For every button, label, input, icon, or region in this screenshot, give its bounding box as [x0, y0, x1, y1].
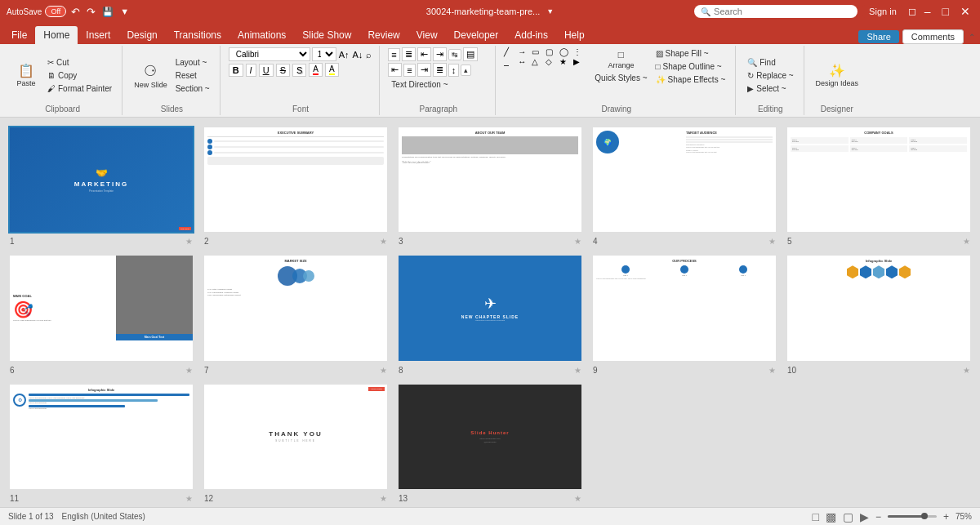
maximize-button[interactable]: □ — [939, 5, 952, 18]
zoom-level[interactable]: 75% — [956, 512, 972, 521]
select-button[interactable]: ▶Select ~ — [744, 82, 796, 95]
shape-line-icon[interactable]: ╱ — [504, 47, 517, 56]
slide-10[interactable]: Infographic Slide 10 ★ — [786, 254, 972, 374]
shape-callout-icon[interactable]: ▶ — [573, 57, 586, 66]
text-direction-button[interactable]: ↹ — [448, 49, 461, 60]
align-center-button[interactable]: ≡ — [403, 64, 415, 77]
slide-5-wrapper[interactable]: COMPANY GOALS Goal 1text here Goal 2text… — [786, 126, 972, 234]
shape-triangle-icon[interactable]: △ — [532, 57, 545, 66]
shadow-button[interactable]: S — [292, 64, 306, 77]
save-icon[interactable]: 💾 — [100, 7, 115, 17]
tab-file[interactable]: File — [3, 26, 35, 44]
tab-design[interactable]: Design — [118, 26, 165, 44]
numbering-button[interactable]: ≣ — [402, 47, 416, 61]
italic-button[interactable]: I — [246, 64, 256, 77]
justify-button[interactable]: ≣ — [433, 63, 447, 77]
highlight-button[interactable]: A — [325, 63, 339, 77]
shape-outline-button[interactable]: □Shape Outline ~ — [653, 60, 729, 73]
slide-8[interactable]: ✈ NEW CHAPTER SLIDE Marketing Presentati… — [397, 254, 583, 374]
font-size-selector[interactable]: 12 — [312, 47, 336, 61]
design-ideas-button[interactable]: ✨ Design Ideas — [813, 61, 862, 89]
shape-effects-button[interactable]: ✨Shape Effects ~ — [653, 73, 729, 86]
slide-3-wrapper[interactable]: ABOUT OUR TEAM Presentations are communi… — [397, 126, 583, 234]
slide-10-wrapper[interactable]: Infographic Slide — [786, 254, 972, 362]
strikethrough-button[interactable]: S — [276, 64, 290, 77]
shape-arrow2-icon[interactable]: ↔ — [518, 57, 531, 66]
indent-increase-button[interactable]: ⇥ — [433, 47, 447, 61]
slide-sorter-icon[interactable]: ▩ — [826, 510, 836, 523]
slide-6[interactable]: MAIN GOAL 🎯 This is a text placeholder y… — [8, 254, 194, 374]
tab-slideshow[interactable]: Slide Show — [294, 26, 359, 44]
slide-4[interactable]: 🌍 TARGET AUDIENCE Demographic Informatio… — [591, 126, 777, 246]
tab-animations[interactable]: Animations — [229, 26, 294, 44]
slide-11[interactable]: Infographic Slide ⚙ This is a text place… — [8, 383, 194, 503]
autosave-toggle[interactable]: Off — [45, 6, 66, 17]
slideshow-icon[interactable]: ▶ — [860, 510, 869, 523]
align-right-button[interactable]: ⇥ — [417, 63, 431, 77]
shape-more-icon[interactable]: ⋮ — [573, 47, 586, 56]
slide-2-wrapper[interactable]: EXECUTIVE SUMMARY — [203, 126, 389, 234]
shape-rounded-icon[interactable]: ▢ — [546, 47, 559, 56]
tab-addins[interactable]: Add-ins — [506, 26, 556, 44]
font-name-selector[interactable]: Calibri — [229, 47, 310, 61]
copy-button[interactable]: 🗎Copy — [44, 69, 115, 82]
restore-icon[interactable]: ◻ — [908, 6, 916, 17]
collapse-ribbon-button[interactable]: ⌃ — [967, 33, 977, 42]
quick-styles-button[interactable]: Quick Styles ~ — [591, 72, 650, 84]
align-left-button[interactable]: ⇤ — [388, 63, 402, 77]
signin-button[interactable]: Sign in — [862, 5, 903, 18]
layout-button[interactable]: Layout ~ — [172, 56, 213, 69]
search-bar[interactable]: 🔍 — [694, 5, 858, 18]
slide-5[interactable]: COMPANY GOALS Goal 1text here Goal 2text… — [786, 126, 972, 246]
slide-4-wrapper[interactable]: 🌍 TARGET AUDIENCE Demographic Informatio… — [591, 126, 777, 234]
slide-1[interactable]: 🤝 MARKETING Presentation Template Slide … — [8, 126, 194, 246]
zoom-out-icon[interactable]: − — [875, 511, 881, 523]
new-slide-button[interactable]: ⚆ New Slide — [131, 60, 171, 91]
shape-line2-icon[interactable]: ⎯ — [504, 57, 517, 66]
slide-13[interactable]: Slide Hunter https://slidehunter.com @sl… — [397, 383, 583, 503]
section-button[interactable]: Section ~ — [172, 82, 213, 95]
zoom-handle[interactable] — [921, 513, 928, 519]
comments-button[interactable]: Comments — [902, 29, 964, 44]
cut-button[interactable]: ✂Cut — [44, 56, 115, 69]
find-button[interactable]: 🔍Find — [744, 56, 796, 69]
text-direction-label[interactable]: Text Direction ~ — [388, 78, 488, 91]
redo-button[interactable]: ↷ — [85, 6, 97, 18]
decrease-font-button[interactable]: A↓ — [352, 49, 364, 60]
underline-button[interactable]: U — [259, 64, 274, 77]
slide-7-wrapper[interactable]: MARKET SIZE TAM Total Available Market S… — [203, 254, 389, 362]
line-spacing-button[interactable]: ↕ — [448, 64, 460, 77]
column-button[interactable]: ▤ — [463, 47, 478, 61]
close-button[interactable]: ✕ — [957, 5, 973, 18]
tab-view[interactable]: View — [408, 26, 446, 44]
shape-arrow-icon[interactable]: → — [518, 47, 531, 56]
zoom-slider[interactable] — [888, 515, 937, 518]
zoom-in-icon[interactable]: + — [943, 511, 949, 523]
slide-12-wrapper[interactable]: Slide Hunter THANK YOU SUBTITLE HERE — [203, 383, 389, 491]
minimize-button[interactable]: – — [921, 5, 934, 18]
indent-decrease-button[interactable]: ⇤ — [417, 47, 431, 61]
slide-2[interactable]: EXECUTIVE SUMMARY 2 ★ — [203, 126, 389, 246]
tab-help[interactable]: Help — [556, 26, 593, 44]
slide-6-wrapper[interactable]: MAIN GOAL 🎯 This is a text placeholder y… — [8, 254, 194, 362]
dropdown-icon[interactable]: ▼ — [546, 7, 554, 16]
slide-7[interactable]: MARKET SIZE TAM Total Available Market S… — [203, 254, 389, 374]
shape-fill-button[interactable]: ▨Shape Fill ~ — [653, 47, 729, 60]
tab-review[interactable]: Review — [359, 26, 408, 44]
paste-button[interactable]: 📋 Paste — [10, 61, 42, 89]
slide-11-wrapper[interactable]: Infographic Slide ⚙ This is a text place… — [8, 383, 194, 491]
format-painter-button[interactable]: 🖌Format Painter — [44, 82, 115, 95]
bullets-button[interactable]: ≡ — [388, 48, 399, 61]
undo-button[interactable]: ↶ — [69, 6, 82, 18]
increase-font-button[interactable]: A↑ — [338, 49, 350, 60]
shape-oval-icon[interactable]: ◯ — [559, 47, 572, 56]
tab-developer[interactable]: Developer — [446, 26, 507, 44]
slide-9-wrapper[interactable]: OUR PROCESS Step 1 Step 2 — [591, 254, 777, 362]
search-input[interactable] — [714, 7, 844, 16]
slide-1-wrapper[interactable]: 🤝 MARKETING Presentation Template Slide … — [8, 126, 194, 234]
shape-rect-icon[interactable]: ▭ — [532, 47, 545, 56]
slide-3[interactable]: ABOUT OUR TEAM Presentations are communi… — [397, 126, 583, 246]
slide-13-wrapper[interactable]: Slide Hunter https://slidehunter.com @sl… — [397, 383, 583, 491]
reading-view-icon[interactable]: ▢ — [843, 510, 853, 523]
font-color-button[interactable]: A — [309, 63, 323, 77]
